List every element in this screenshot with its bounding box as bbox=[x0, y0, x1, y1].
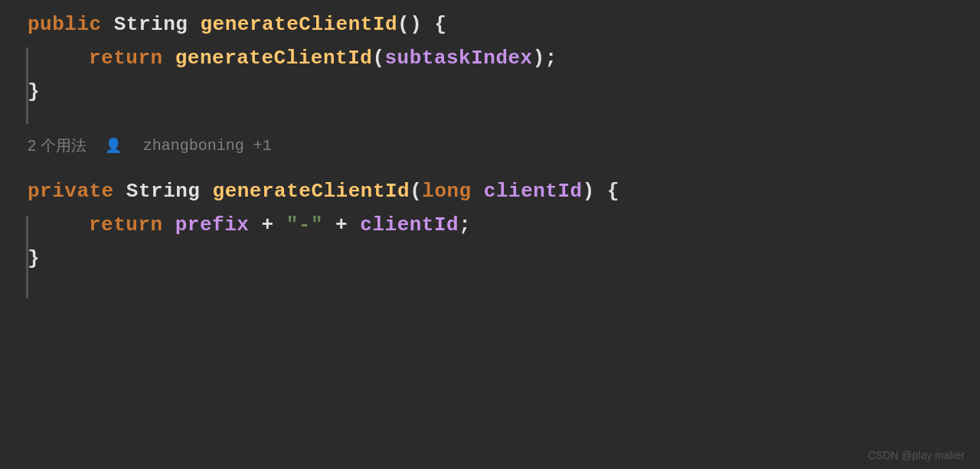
type-string-2: String bbox=[126, 174, 201, 208]
usage-count: 2 个用法 bbox=[28, 135, 87, 156]
code-line-1: public String generateClientId() { bbox=[28, 8, 980, 41]
keyword-return-2: return bbox=[89, 208, 163, 242]
closing-brace-1: } bbox=[28, 75, 40, 109]
param-clientid: clientId bbox=[484, 174, 583, 208]
paren-close-2: ) { bbox=[583, 174, 619, 208]
indent-bar-2 bbox=[26, 216, 28, 298]
code-line-6: } bbox=[28, 242, 980, 275]
paren-open: () { bbox=[397, 8, 446, 41]
usage-section: 2 个用法 👤 zhangboning +1 bbox=[0, 125, 980, 167]
keyword-private: private bbox=[28, 174, 114, 208]
paren-open-2: ( bbox=[410, 174, 422, 208]
keyword-public: public bbox=[28, 8, 102, 41]
author-icon: 👤 bbox=[105, 137, 122, 154]
var-prefix: prefix bbox=[175, 208, 250, 242]
keyword-long: long bbox=[422, 174, 471, 208]
string-dash: "-" bbox=[286, 208, 323, 242]
code-line-3: } bbox=[28, 75, 980, 109]
paren-1: ( bbox=[372, 41, 384, 75]
code-block-2: private String generateClientId(long cli… bbox=[0, 167, 980, 284]
code-line-4: private String generateClientId(long cli… bbox=[28, 174, 980, 208]
param-subtaskindex: subtaskIndex bbox=[384, 41, 532, 75]
closing-brace-2: } bbox=[28, 242, 40, 275]
type-string: String bbox=[114, 8, 188, 41]
plus-2: + bbox=[335, 208, 348, 242]
author-name: zhangboning +1 bbox=[143, 137, 272, 155]
paren-close-1: ); bbox=[533, 41, 557, 75]
code-container: public String generateClientId() { retur… bbox=[0, 0, 980, 469]
method-name-2: generateClientId bbox=[213, 174, 410, 208]
keyword-return-1: return bbox=[89, 41, 163, 75]
code-line-2: return generateClientId(subtaskIndex); bbox=[28, 41, 980, 75]
plus-1: + bbox=[261, 208, 273, 242]
var-clientid: clientId bbox=[360, 208, 459, 242]
semicolon: ; bbox=[459, 208, 471, 242]
code-block-1: public String generateClientId() { retur… bbox=[0, 0, 980, 117]
indent-bar-1 bbox=[26, 47, 28, 124]
watermark: CSDN @play maker bbox=[868, 449, 965, 461]
method-call-1: generateClientId bbox=[175, 41, 373, 75]
code-line-5: return prefix + "-" + clientId; bbox=[28, 208, 980, 242]
method-name-1: generateClientId bbox=[200, 8, 397, 41]
